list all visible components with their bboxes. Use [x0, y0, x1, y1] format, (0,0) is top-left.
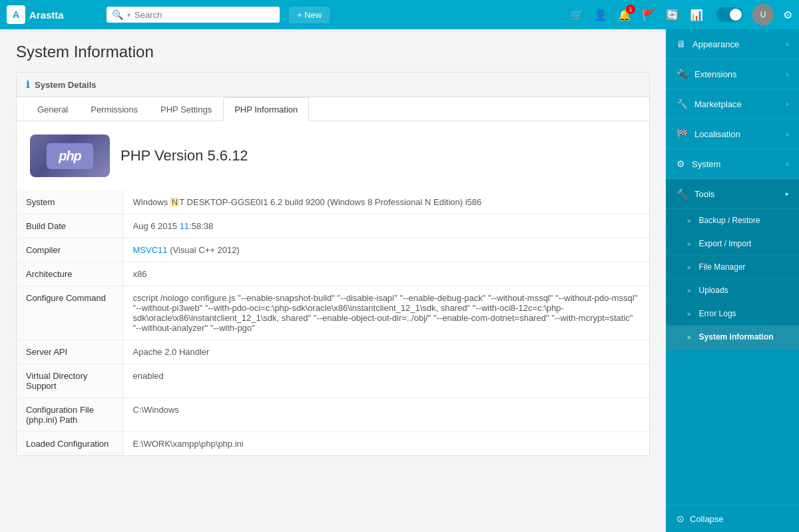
dashboard-icon[interactable]: 📊 — [687, 6, 706, 24]
localisation-icon: 🏁 — [676, 129, 688, 139]
table-row: Configuration File (php.ini) PathC:\Wind… — [17, 398, 649, 432]
notification-badge: 1 — [626, 5, 635, 14]
sidebar-item-left: ⚙System — [676, 158, 720, 169]
tab-php-information[interactable]: PHP Information — [223, 97, 309, 121]
info-value: x86 — [123, 262, 649, 286]
sidebar-subitem-backup-restore[interactable]: »Backup / Restore — [666, 209, 799, 232]
sidebar-item-tools[interactable]: 🔨Tools▾ — [666, 179, 799, 209]
sidebar-submenu: »Backup / Restore»Export / Import»File M… — [666, 209, 799, 349]
info-value: enabled — [123, 364, 649, 398]
table-row: Build DateAug 6 2015 11:58:38 — [17, 214, 649, 238]
cart-icon[interactable]: 🛒 — [567, 6, 586, 24]
subitem-arrow-icon: » — [687, 217, 691, 224]
table-row: CompilerMSVC11 (Visual C++ 2012) — [17, 238, 649, 262]
info-table: SystemWindows NT DESKTOP-GGSE0I1 6.2 bui… — [17, 190, 649, 455]
search-caret-icon: ▾ — [127, 11, 131, 19]
sidebar-item-extensions[interactable]: 🔌Extensions› — [666, 59, 799, 89]
info-key: Configure Command — [17, 286, 123, 340]
tab-php-settings[interactable]: PHP Settings — [149, 97, 223, 121]
sidebar-item-left: 🔧Marketplace — [676, 99, 742, 109]
subitem-arrow-icon: » — [687, 240, 691, 248]
subitem-arrow-icon: » — [687, 310, 691, 318]
sidebar-item-appearance[interactable]: 🖥Appearance› — [666, 29, 799, 59]
sidebar-item-label: Localisation — [694, 129, 740, 139]
chevron-icon: › — [786, 160, 788, 168]
sidebar-subitem-label: Export / Import — [699, 239, 752, 248]
refresh-icon[interactable]: 🔄 — [663, 6, 682, 24]
brand-icon: A — [7, 5, 25, 24]
collapse-label: Collapse — [690, 514, 724, 524]
php-header: php PHP Version 5.6.12 — [17, 121, 649, 190]
info-key: System — [17, 190, 123, 214]
collapse-icon: ⊙ — [676, 513, 684, 524]
panel-header-title: System Details — [35, 80, 97, 90]
avatar[interactable]: U — [752, 4, 774, 25]
table-row: Loaded ConfigurationE:\WORK\xampp\php\ph… — [17, 432, 649, 456]
extensions-icon: 🔌 — [676, 69, 688, 79]
brand-name: Arastta — [29, 9, 64, 21]
subitem-arrow-icon: » — [687, 287, 691, 294]
sidebar-subitem-label: File Manager — [699, 262, 746, 272]
sidebar-subitem-uploads[interactable]: »Uploads — [666, 279, 799, 302]
info-icon: ℹ — [26, 79, 29, 90]
subitem-arrow-icon: » — [687, 334, 691, 341]
search-icon: 🔍 — [112, 9, 123, 20]
chevron-icon: › — [786, 71, 788, 78]
info-key: Build Date — [17, 214, 123, 238]
table-row: SystemWindows NT DESKTOP-GGSE0I1 6.2 bui… — [17, 190, 649, 214]
sidebar-subitem-file-manager[interactable]: »File Manager — [666, 256, 799, 279]
toggle-knob — [730, 9, 742, 21]
info-value: cscript /nologo configure.js "--enable-s… — [123, 286, 649, 340]
theme-toggle[interactable] — [716, 7, 743, 22]
sidebar: 🖥Appearance›🔌Extensions›🔧Marketplace›🏁Lo… — [666, 29, 799, 532]
marketplace-icon: 🔧 — [676, 99, 688, 109]
info-key: Virtual Directory Support — [17, 364, 123, 398]
sidebar-subitem-label: System Information — [699, 332, 774, 342]
info-value: Windows NT DESKTOP-GGSE0I1 6.2 build 920… — [123, 190, 649, 214]
sidebar-subitem-error-logs[interactable]: »Error Logs — [666, 302, 799, 326]
subitem-arrow-icon: » — [687, 264, 691, 271]
sidebar-item-marketplace[interactable]: 🔧Marketplace› — [666, 89, 799, 119]
tab-permissions[interactable]: Permissions — [79, 97, 149, 121]
table-row: Configure Commandcscript /nologo configu… — [17, 286, 649, 340]
info-value: Apache 2.0 Handler — [123, 340, 649, 364]
php-logo-text: php — [47, 143, 93, 169]
sidebar-item-label: Marketplace — [694, 99, 742, 109]
chevron-icon: › — [786, 101, 788, 108]
sidebar-subitem-label: Uploads — [699, 286, 728, 295]
sidebar-item-localisation[interactable]: 🏁Localisation› — [666, 119, 799, 149]
tab-general[interactable]: General — [26, 97, 79, 121]
sidebar-item-left: 🏁Localisation — [676, 129, 740, 139]
user-icon[interactable]: 👤 — [591, 6, 610, 24]
system-details-panel: ℹ System Details GeneralPermissionsPHP S… — [16, 72, 650, 456]
collapse-button[interactable]: ⊙Collapse — [666, 505, 799, 532]
sidebar-item-left: 🔌Extensions — [676, 69, 737, 79]
flag-icon[interactable]: 🚩 — [639, 6, 658, 24]
topnav-icons: 🛒 👤 🔔 1 🚩 🔄 📊 U ⚙ — [567, 4, 792, 25]
info-key: Server API — [17, 340, 123, 364]
settings-icon[interactable]: ⚙ — [783, 9, 792, 21]
search-input[interactable] — [134, 10, 268, 20]
sidebar-subitem-export-import[interactable]: »Export / Import — [666, 232, 799, 256]
info-value: MSVC11 (Visual C++ 2012) — [123, 238, 649, 262]
sidebar-subitem-system-information[interactable]: »System Information — [666, 326, 799, 349]
system-icon: ⚙ — [676, 158, 685, 169]
sidebar-item-system[interactable]: ⚙System› — [666, 149, 799, 179]
info-key: Architecture — [17, 262, 123, 286]
brand[interactable]: A Arastta — [7, 5, 100, 24]
info-key: Loaded Configuration — [17, 432, 123, 456]
table-row: Server APIApache 2.0 Handler — [17, 340, 649, 364]
bell-icon[interactable]: 🔔 1 — [615, 6, 634, 24]
sidebar-item-left: 🖥Appearance — [676, 39, 739, 49]
sidebar-item-left: 🔨Tools — [676, 188, 714, 199]
sidebar-item-label: Tools — [694, 189, 714, 199]
php-version: PHP Version 5.6.12 — [121, 147, 248, 164]
sidebar-item-label: System — [692, 159, 720, 169]
chevron-icon: › — [786, 131, 788, 138]
info-value: C:\Windows — [123, 398, 649, 432]
info-key: Configuration File (php.ini) Path — [17, 398, 123, 432]
sidebar-item-label: Appearance — [692, 39, 739, 49]
search-box[interactable]: 🔍 ▾ — [107, 7, 280, 23]
new-button[interactable]: + New — [289, 7, 330, 23]
table-row: Virtual Directory Supportenabled — [17, 364, 649, 398]
